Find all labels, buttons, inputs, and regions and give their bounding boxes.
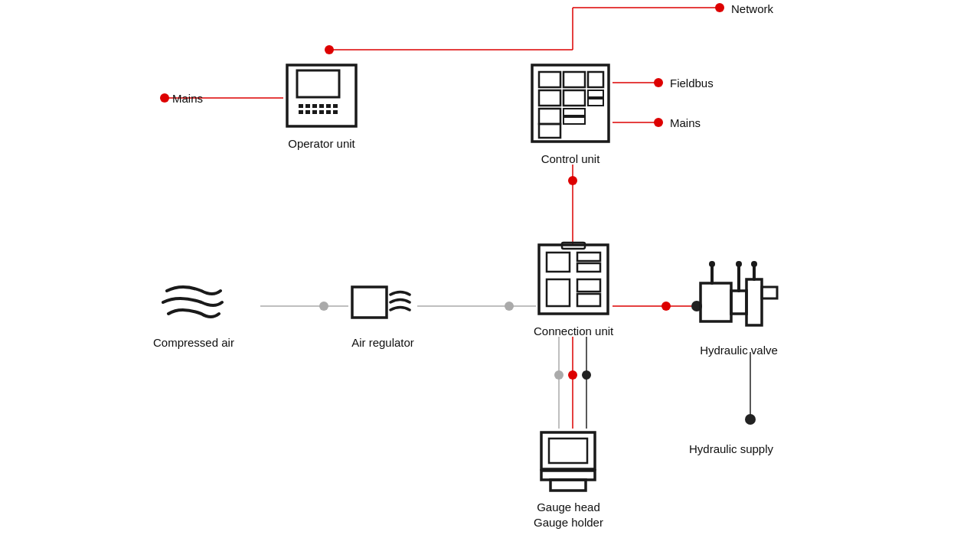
svg-point-14 (319, 302, 328, 311)
gauge-head-node: Gauge head Gauge holder (534, 425, 603, 530)
svg-rect-50 (564, 90, 585, 106)
compressed-air-label: Compressed air (153, 335, 234, 350)
svg-rect-63 (577, 279, 600, 292)
svg-rect-60 (577, 253, 600, 261)
svg-point-8 (654, 78, 663, 87)
connections-svg (0, 0, 980, 551)
svg-rect-43 (326, 110, 331, 114)
svg-rect-46 (539, 72, 560, 87)
svg-rect-47 (564, 72, 585, 87)
svg-rect-40 (305, 110, 310, 114)
svg-point-16 (505, 302, 514, 311)
mains-control-label: Mains (670, 116, 701, 129)
svg-rect-78 (550, 480, 586, 491)
svg-point-2 (715, 3, 724, 12)
svg-point-23 (568, 370, 577, 380)
air-regulator-label: Air regulator (351, 335, 414, 350)
svg-point-12 (568, 176, 577, 185)
air-regulator-node: Air regulator (348, 276, 417, 350)
svg-rect-53 (539, 109, 560, 124)
svg-rect-45 (532, 65, 609, 142)
svg-point-4 (325, 45, 334, 54)
control-unit-label: Control unit (541, 152, 600, 167)
connection-unit-icon (535, 241, 612, 318)
svg-point-10 (654, 118, 663, 127)
connection-unit-label: Connection unit (534, 324, 613, 339)
svg-rect-44 (333, 110, 338, 114)
svg-point-30 (745, 414, 756, 425)
hydraulic-valve-icon (697, 260, 781, 337)
mains-operator-label: Mains (172, 92, 203, 105)
control-unit-icon (528, 61, 612, 145)
svg-rect-36 (319, 104, 324, 108)
svg-rect-48 (588, 72, 603, 87)
svg-point-18 (662, 302, 671, 311)
svg-rect-80 (549, 439, 587, 463)
svg-rect-39 (299, 110, 303, 114)
air-regulator-icon (348, 276, 417, 329)
svg-rect-34 (305, 104, 310, 108)
svg-rect-66 (352, 287, 387, 318)
diagram: Network Operator unit Mains (0, 0, 980, 551)
svg-rect-51 (588, 90, 603, 97)
svg-point-75 (736, 261, 742, 267)
svg-rect-59 (547, 253, 570, 272)
operator-unit-node: Operator unit (283, 61, 360, 152)
hydraulic-valve-label: Hydraulic valve (700, 343, 778, 358)
svg-rect-69 (746, 279, 762, 325)
compressed-air-node: Compressed air (153, 276, 234, 350)
connection-unit-node: Connection unit (534, 241, 613, 339)
svg-rect-49 (539, 90, 560, 106)
hydraulic-valve-node: Hydraulic valve (697, 260, 781, 358)
svg-rect-56 (539, 124, 560, 138)
svg-point-74 (709, 261, 715, 267)
gauge-head-label: Gauge head Gauge holder (534, 500, 603, 530)
svg-rect-52 (588, 99, 603, 106)
svg-rect-41 (312, 110, 317, 114)
fieldbus-label: Fieldbus (670, 77, 714, 90)
compressed-air-icon (159, 276, 228, 329)
svg-point-21 (554, 370, 564, 380)
svg-rect-64 (577, 294, 600, 306)
svg-rect-61 (577, 263, 600, 272)
hydraulic-supply-label: Hydraulic supply (689, 442, 773, 455)
svg-rect-54 (564, 109, 585, 116)
svg-point-76 (751, 261, 757, 267)
svg-point-6 (160, 93, 169, 103)
svg-rect-77 (541, 471, 595, 480)
svg-point-25 (582, 370, 591, 380)
svg-rect-62 (547, 279, 570, 306)
control-unit-node: Control unit (528, 61, 612, 167)
svg-rect-67 (701, 283, 731, 321)
svg-rect-32 (297, 70, 339, 97)
operator-unit-label: Operator unit (288, 136, 355, 152)
svg-rect-68 (731, 291, 746, 314)
svg-rect-37 (326, 104, 331, 108)
svg-rect-42 (319, 110, 324, 114)
operator-unit-icon (283, 61, 360, 130)
svg-rect-33 (299, 104, 303, 108)
svg-rect-70 (762, 287, 777, 298)
network-label: Network (731, 2, 773, 15)
svg-rect-55 (564, 117, 585, 124)
gauge-icon (534, 425, 603, 494)
svg-rect-35 (312, 104, 317, 108)
svg-rect-38 (333, 104, 338, 108)
